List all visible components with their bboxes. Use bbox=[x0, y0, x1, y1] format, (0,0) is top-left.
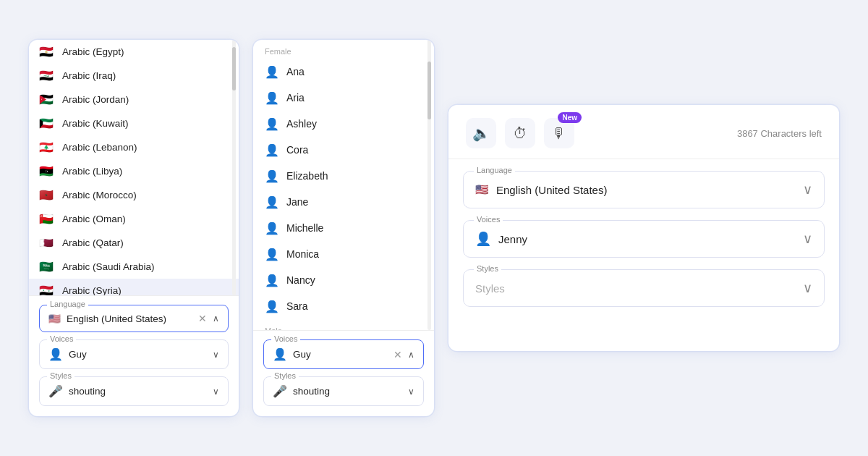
voice-scrollbar-thumb[interactable] bbox=[427, 62, 431, 119]
voice-icon-aria: 👤 bbox=[265, 90, 279, 105]
flag-qatar: 🇶🇦 bbox=[39, 237, 55, 248]
voice-item-aria[interactable]: 👤 Aria bbox=[253, 85, 434, 111]
lang-item-jordan[interactable]: 🇯🇴 Arabic (Jordan) bbox=[29, 88, 239, 111]
panel-right-body: Language 🇺🇸 English (United States) ∨ Vo… bbox=[448, 159, 839, 318]
lang-item-qatar[interactable]: 🇶🇦 Arabic (Qatar) bbox=[29, 231, 239, 255]
style-icon-p2: 🎤 bbox=[273, 384, 287, 398]
voice-dropdown-controls-p2: ✕ ∧ bbox=[393, 349, 414, 360]
voice-icon-michelle: 👤 bbox=[265, 221, 279, 235]
styles-wrapper-p2: Styles 🎤 shouting ∨ bbox=[263, 376, 424, 406]
voice-scrollbar[interactable] bbox=[427, 40, 431, 330]
new-badge: New bbox=[558, 112, 582, 123]
voices-dropdown-p2[interactable]: Voices 👤 Guy ✕ ∧ bbox=[263, 339, 424, 369]
lang-item-egypt[interactable]: 🇪🇬 Arabic (Egypt) bbox=[29, 40, 239, 64]
volume-button[interactable]: 🔈 bbox=[466, 118, 496, 148]
chevron-language-p1: ∧ bbox=[213, 313, 219, 324]
chevron-voice-p3: ∨ bbox=[803, 231, 812, 247]
flag-saudiarabia: 🇸🇦 bbox=[39, 261, 55, 272]
language-label-p1: Language bbox=[47, 300, 88, 308]
lang-name-jordan: Arabic (Jordan) bbox=[62, 94, 129, 105]
voice-name-monica: Monica bbox=[286, 248, 319, 260]
panel-language-list: 🇪🇬 Arabic (Egypt) 🇮🇶 Arabic (Iraq) 🇯🇴 Ar… bbox=[29, 40, 239, 416]
voice-name-cora: Cora bbox=[286, 144, 308, 156]
voices-dropdown-p3[interactable]: Voices 👤 Jenny ∨ bbox=[463, 220, 825, 258]
styles-wrapper-p1: Styles 🎤 shouting ∨ bbox=[39, 376, 229, 406]
language-value-p3: 🇺🇸 English (United States) bbox=[475, 183, 607, 196]
language-value-p1: 🇺🇸 English (United States) bbox=[48, 313, 166, 324]
language-dropdown-p1[interactable]: Language 🇺🇸 English (United States) ✕ ∧ bbox=[39, 305, 229, 332]
clear-language-p1[interactable]: ✕ bbox=[198, 313, 207, 324]
lang-item-syria[interactable]: 🇸🇾 Arabic (Syria) bbox=[29, 279, 239, 295]
scrollbar-thumb[interactable] bbox=[232, 47, 236, 90]
selected-style-p2: shouting bbox=[293, 386, 330, 397]
lang-item-libya[interactable]: 🇱🇾 Arabic (Libya) bbox=[29, 159, 239, 183]
lang-name-oman: Arabic (Oman) bbox=[62, 214, 126, 224]
voice-scroll-list[interactable]: Female 👤 Ana 👤 Aria 👤 Ashley 👤 Cora 👤 El… bbox=[253, 40, 434, 330]
styles-dropdown-p2[interactable]: Styles 🎤 shouting ∨ bbox=[263, 376, 424, 406]
voice-item-elizabeth[interactable]: 👤 Elizabeth bbox=[253, 163, 434, 189]
language-dropdown-p3[interactable]: Language 🇺🇸 English (United States) ∨ bbox=[463, 171, 825, 208]
lang-item-morocco[interactable]: 🇲🇦 Arabic (Morocco) bbox=[29, 183, 239, 207]
voice-item-ana[interactable]: 👤 Ana bbox=[253, 59, 434, 85]
lang-item-iraq[interactable]: 🇮🇶 Arabic (Iraq) bbox=[29, 64, 239, 88]
lang-name-iraq: Arabic (Iraq) bbox=[62, 70, 116, 81]
voice-item-jane[interactable]: 👤 Jane bbox=[253, 189, 434, 215]
no-voice-button[interactable]: 🎙 New bbox=[544, 118, 574, 148]
styles-dropdown-p1[interactable]: Styles 🎤 shouting ∨ bbox=[39, 376, 229, 406]
voice-name-aria: Aria bbox=[286, 92, 305, 104]
toolbar: 🔈 ⏱ 🎙 New 3867 Characters left bbox=[448, 105, 839, 159]
voice-item-monica[interactable]: 👤 Monica bbox=[253, 241, 434, 267]
volume-icon: 🔈 bbox=[472, 124, 490, 142]
lang-name-libya: Arabic (Libya) bbox=[62, 166, 122, 177]
voice-name-nancy: Nancy bbox=[286, 274, 315, 286]
voice-value-p3: 👤 Jenny bbox=[475, 231, 527, 247]
panel-voice-list: Female 👤 Ana 👤 Aria 👤 Ashley 👤 Cora 👤 El… bbox=[253, 40, 434, 416]
female-section-label: Female bbox=[253, 40, 434, 59]
voice-icon-p3: 👤 bbox=[475, 231, 491, 247]
no-voice-icon: 🎙 bbox=[552, 125, 566, 142]
voice-item-cora[interactable]: 👤 Cora bbox=[253, 137, 434, 163]
voice-item-nancy[interactable]: 👤 Nancy bbox=[253, 267, 434, 293]
voices-label-p1: Voices bbox=[47, 334, 76, 343]
lang-name-egypt: Arabic (Egypt) bbox=[62, 46, 124, 57]
styles-placeholder-p3: Styles bbox=[475, 282, 505, 295]
voice-name-sara: Sara bbox=[286, 300, 308, 312]
voice-icon-jane: 👤 bbox=[265, 195, 279, 209]
flag-us-p3: 🇺🇸 bbox=[475, 183, 489, 196]
language-dropdown-controls: ✕ ∧ bbox=[198, 313, 219, 324]
flag-us-p1: 🇺🇸 bbox=[48, 313, 61, 324]
styles-label-p1: Styles bbox=[47, 371, 75, 380]
voice-icon-monica: 👤 bbox=[265, 247, 279, 261]
chars-left: 3867 Characters left bbox=[737, 128, 822, 139]
voice-item-sara[interactable]: 👤 Sara bbox=[253, 293, 434, 319]
lang-item-kuwait[interactable]: 🇰🇼 Arabic (Kuwait) bbox=[29, 111, 239, 135]
voice-item-ashley[interactable]: 👤 Ashley bbox=[253, 111, 434, 137]
language-scroll-list[interactable]: 🇪🇬 Arabic (Egypt) 🇮🇶 Arabic (Iraq) 🇯🇴 Ar… bbox=[29, 40, 239, 295]
flag-lebanon: 🇱🇧 bbox=[39, 142, 55, 153]
lang-item-saudiarabia[interactable]: 🇸🇦 Arabic (Saudi Arabia) bbox=[29, 255, 239, 279]
selected-style-p1: shouting bbox=[69, 386, 106, 397]
flag-kuwait: 🇰🇼 bbox=[39, 118, 55, 129]
voice-item-michelle[interactable]: 👤 Michelle bbox=[253, 215, 434, 241]
scrollbar[interactable] bbox=[232, 40, 236, 295]
panel-right: 🔈 ⏱ 🎙 New 3867 Characters left Language … bbox=[448, 105, 839, 351]
timer-button[interactable]: ⏱ bbox=[505, 118, 535, 148]
lang-name-lebanon: Arabic (Lebanon) bbox=[62, 142, 137, 153]
lang-item-lebanon[interactable]: 🇱🇧 Arabic (Lebanon) bbox=[29, 135, 239, 159]
styles-dropdown-p3[interactable]: Styles Styles ∨ bbox=[463, 269, 825, 307]
lang-item-oman[interactable]: 🇴🇲 Arabic (Oman) bbox=[29, 207, 239, 231]
chevron-voice-p2: ∧ bbox=[408, 350, 414, 360]
panel1-controls: Language 🇺🇸 English (United States) ✕ ∧ … bbox=[29, 295, 239, 416]
voice-icon-ashley: 👤 bbox=[265, 117, 279, 131]
selected-voice-p2: Guy bbox=[293, 349, 311, 360]
panel2-controls: Voices 👤 Guy ✕ ∧ Styles 🎤 shouting ∨ bbox=[253, 330, 434, 416]
flag-egypt: 🇪🇬 bbox=[39, 46, 55, 57]
chevron-voice-p1: ∨ bbox=[213, 350, 219, 360]
voices-label-p3: Voices bbox=[474, 215, 503, 224]
selected-voice-p1: Guy bbox=[69, 349, 87, 360]
selected-voice-p3: Jenny bbox=[498, 233, 527, 245]
clear-voice-p2[interactable]: ✕ bbox=[393, 349, 402, 360]
flag-syria: 🇸🇾 bbox=[39, 285, 55, 295]
voices-dropdown-p1[interactable]: Voices 👤 Guy ∨ bbox=[39, 339, 229, 369]
voice-name-ashley: Ashley bbox=[286, 118, 317, 130]
